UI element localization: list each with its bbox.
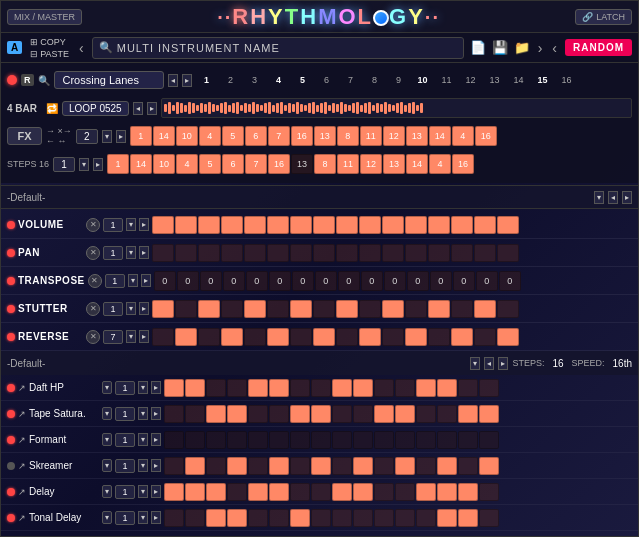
rp-15[interactable] <box>474 328 496 346</box>
dp-1[interactable] <box>164 483 184 501</box>
daft-hp-up[interactable]: ▸ <box>151 381 161 394</box>
dp-2[interactable] <box>185 483 205 501</box>
rp-3[interactable] <box>198 328 220 346</box>
rp-7[interactable] <box>290 328 312 346</box>
tdp-12[interactable] <box>395 509 415 527</box>
fp-8[interactable] <box>311 431 331 449</box>
dhp-14[interactable] <box>437 379 457 397</box>
steps-up[interactable]: ▸ <box>93 158 103 171</box>
fx-step-7[interactable]: 7 <box>268 126 290 146</box>
tdp-11[interactable] <box>374 509 394 527</box>
tdp-14[interactable] <box>437 509 457 527</box>
vp-4[interactable] <box>221 216 243 234</box>
fp-16[interactable] <box>479 431 499 449</box>
rp-14[interactable] <box>451 328 473 346</box>
section2-down[interactable]: ▾ <box>470 357 480 370</box>
sr-11[interactable]: 11 <box>337 154 359 174</box>
sp-8[interactable] <box>313 300 335 318</box>
section1-next[interactable]: ▸ <box>622 191 632 204</box>
formant-dropdown[interactable]: ▾ <box>102 433 112 446</box>
rp-1[interactable] <box>152 328 174 346</box>
skp-7[interactable] <box>290 457 310 475</box>
fx-step-16[interactable]: 16 <box>475 126 497 146</box>
fx-step-14[interactable]: 14 <box>429 126 451 146</box>
tape-sat-up[interactable]: ▸ <box>151 407 161 420</box>
sr-2[interactable]: 14 <box>130 154 152 174</box>
vp-1[interactable] <box>152 216 174 234</box>
ts-9[interactable] <box>332 405 352 423</box>
pp-12[interactable] <box>405 244 427 262</box>
fp-4[interactable] <box>227 431 247 449</box>
tp-16[interactable]: 0 <box>499 271 521 291</box>
fx-step-15[interactable]: 4 <box>452 126 474 146</box>
tdp-5[interactable] <box>248 509 268 527</box>
sr-3[interactable]: 10 <box>153 154 175 174</box>
tp-14[interactable]: 0 <box>453 271 475 291</box>
skp-12[interactable] <box>395 457 415 475</box>
steps-down[interactable]: ▾ <box>79 158 89 171</box>
tp-13[interactable]: 0 <box>430 271 452 291</box>
fp-7[interactable] <box>290 431 310 449</box>
tp-11[interactable]: 0 <box>384 271 406 291</box>
sr-10[interactable]: 8 <box>314 154 336 174</box>
pp-15[interactable] <box>474 244 496 262</box>
loop-next[interactable]: ▸ <box>147 102 157 115</box>
fp-5[interactable] <box>248 431 268 449</box>
dp-15[interactable] <box>458 483 478 501</box>
stutter-up[interactable]: ▸ <box>139 302 149 315</box>
tp-2[interactable]: 0 <box>177 271 199 291</box>
dp-8[interactable] <box>311 483 331 501</box>
section1-down[interactable]: ▾ <box>594 191 604 204</box>
section1-prev[interactable]: ◂ <box>608 191 618 204</box>
reverse-down[interactable]: ▾ <box>126 330 136 343</box>
sp-12[interactable] <box>405 300 427 318</box>
ts-4[interactable] <box>227 405 247 423</box>
pan-up[interactable]: ▸ <box>139 246 149 259</box>
ts-2[interactable] <box>185 405 205 423</box>
pan-down[interactable]: ▾ <box>126 246 136 259</box>
dp-5[interactable] <box>248 483 268 501</box>
copy-button[interactable]: ⊞ COPY <box>28 36 71 48</box>
rp-13[interactable] <box>428 328 450 346</box>
sp-6[interactable] <box>267 300 289 318</box>
tape-sat-value[interactable]: 1 <box>115 407 135 421</box>
sr-12[interactable]: 12 <box>360 154 382 174</box>
rp-6[interactable] <box>267 328 289 346</box>
fp-3[interactable] <box>206 431 226 449</box>
vp-10[interactable] <box>359 216 381 234</box>
dp-10[interactable] <box>353 483 373 501</box>
nav-next-instrument[interactable]: › <box>536 40 545 56</box>
sp-7[interactable] <box>290 300 312 318</box>
vp-9[interactable] <box>336 216 358 234</box>
nav-back[interactable]: ‹ <box>550 40 559 56</box>
dp-14[interactable] <box>437 483 457 501</box>
skreamer-down[interactable]: ▾ <box>138 459 148 472</box>
tdp-8[interactable] <box>311 509 331 527</box>
pp-14[interactable] <box>451 244 473 262</box>
rp-12[interactable] <box>405 328 427 346</box>
skp-9[interactable] <box>332 457 352 475</box>
tdp-6[interactable] <box>269 509 289 527</box>
fx-step-3[interactable]: 10 <box>176 126 198 146</box>
mix-master-button[interactable]: MIX / MASTER <box>7 9 82 25</box>
tp-12[interactable]: 0 <box>407 271 429 291</box>
fx-step-9[interactable]: 13 <box>314 126 336 146</box>
tdp-13[interactable] <box>416 509 436 527</box>
folder-button[interactable]: 📁 <box>514 40 530 55</box>
pp-4[interactable] <box>221 244 243 262</box>
vp-8[interactable] <box>313 216 335 234</box>
skp-10[interactable] <box>353 457 373 475</box>
ts-8[interactable] <box>311 405 331 423</box>
skreamer-up[interactable]: ▸ <box>151 459 161 472</box>
formant-value[interactable]: 1 <box>115 433 135 447</box>
pp-11[interactable] <box>382 244 404 262</box>
dhp-12[interactable] <box>395 379 415 397</box>
fp-14[interactable] <box>437 431 457 449</box>
sp-5[interactable] <box>244 300 266 318</box>
fx-num-down[interactable]: ▾ <box>102 130 112 143</box>
pp-3[interactable] <box>198 244 220 262</box>
tp-15[interactable]: 0 <box>476 271 498 291</box>
tp-5[interactable]: 0 <box>246 271 268 291</box>
save-icon-button[interactable]: 📄 <box>470 40 486 55</box>
rp-9[interactable] <box>336 328 358 346</box>
